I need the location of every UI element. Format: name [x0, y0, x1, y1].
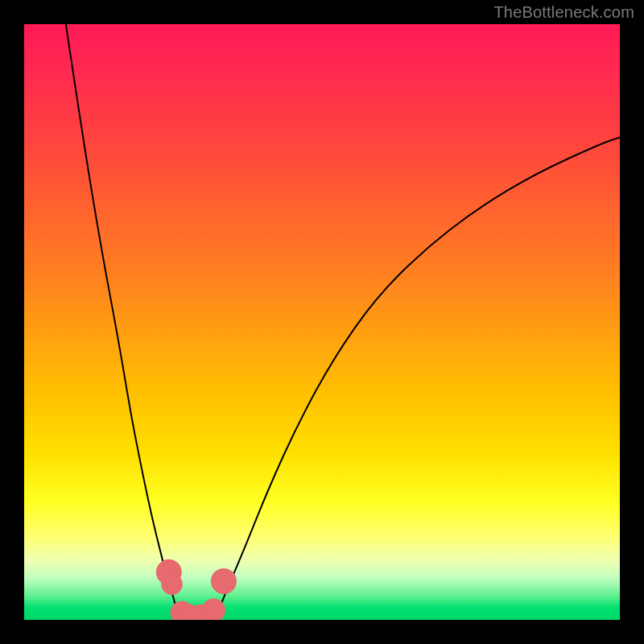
chart-svg [24, 24, 620, 620]
data-marker [161, 573, 183, 595]
plot-area [24, 24, 620, 620]
data-markers [156, 559, 237, 620]
data-marker [211, 568, 237, 594]
outer-frame: TheBottleneck.com [0, 0, 644, 644]
bottleneck-curve [66, 24, 620, 620]
watermark-text: TheBottleneck.com [493, 3, 634, 22]
